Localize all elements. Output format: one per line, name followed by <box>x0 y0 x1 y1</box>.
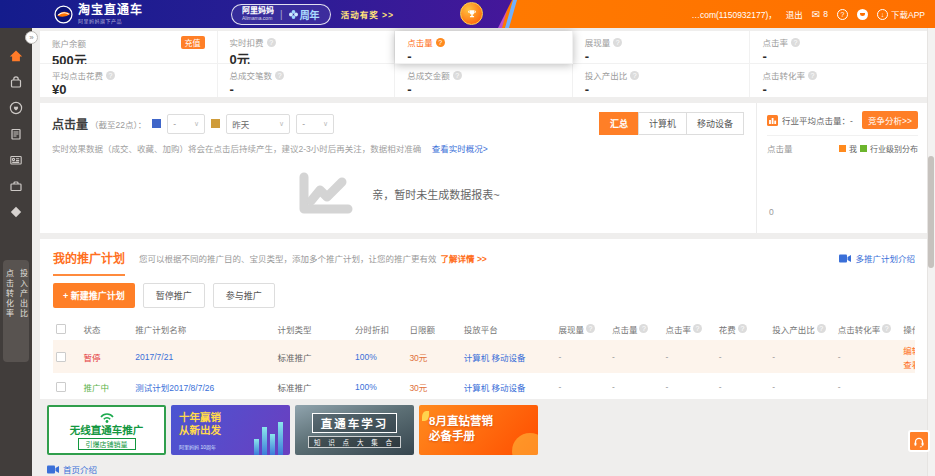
industry-average-panel: 行业平均点击量：- 竞争分析>> 点击量 我 行业级别分布 0 <box>756 103 928 233</box>
stat-value: - <box>585 49 738 64</box>
cell-cvr: - <box>835 382 901 392</box>
stat-ctr[interactable]: 点击率? - <box>750 31 928 64</box>
select-all-checkbox[interactable] <box>56 324 66 334</box>
activity-link[interactable]: 活动有奖 >> <box>341 8 394 20</box>
alimama-anniversary-badge[interactable]: 阿里妈妈 Alimama.com | 周年 <box>231 4 331 25</box>
industry-average-label: 行业平均点击量：- <box>782 114 853 126</box>
info-icon[interactable]: ? <box>693 324 702 333</box>
info-icon[interactable]: ? <box>613 38 622 47</box>
alimama-name: 阿里妈妈 <box>242 7 274 16</box>
stat-roi[interactable]: 投入产出比? - <box>573 64 751 97</box>
cell-cvr: - <box>835 352 901 362</box>
join-promotion-button[interactable]: 参与推广 <box>213 283 275 308</box>
industry-chart-label: 点击量 <box>767 142 793 154</box>
plan-name-link[interactable]: 测试计划2017/8/7/26 <box>132 381 274 393</box>
date-select-value: 昨天 <box>232 118 249 130</box>
sidebar-expand-toggle[interactable]: » <box>25 31 38 44</box>
info-icon[interactable]: ? <box>586 324 595 333</box>
discount-link[interactable]: 100% <box>352 352 406 362</box>
realtime-overview-link[interactable]: 查看实时概况> <box>432 144 488 154</box>
realtime-note-text: 实时效果数据（成交、收藏、加购）将会在点击后持续产生，建议2-3小时后再关注，数… <box>52 144 421 154</box>
page-scrollbar[interactable] <box>927 28 935 476</box>
device-tab-all[interactable]: 汇总 <box>599 112 639 135</box>
stat-conversion-rate[interactable]: 点击转化率? - <box>750 64 928 97</box>
device-tab-pc[interactable]: 计算机 <box>638 112 687 135</box>
info-icon[interactable]: ? <box>882 324 891 333</box>
mail-indicator[interactable]: ✉ 8 <box>812 9 828 20</box>
stat-label: 点击率 <box>762 36 788 48</box>
compare-select[interactable]: -∨ <box>296 114 334 134</box>
row-checkbox[interactable] <box>56 382 66 392</box>
info-icon[interactable]: ? <box>630 71 639 80</box>
info-icon[interactable]: ? <box>275 71 284 80</box>
tab-my-plans[interactable]: 我的推广计划 <box>53 249 125 276</box>
competition-analysis-button[interactable]: 竞争分析>> <box>862 111 918 129</box>
platform-link[interactable]: 计算机 移动设备 <box>461 351 556 363</box>
table-row: 暂停 2017/7/21 标准推广 100% 30元 计算机 移动设备 - - … <box>53 340 915 373</box>
sidebar-item-premium[interactable] <box>8 204 24 220</box>
homepage-intro-link[interactable]: 首页介绍 <box>47 463 97 475</box>
banner-august-handbook[interactable]: 8月直钻营销必备手册 <box>419 405 538 455</box>
info-icon[interactable]: ? <box>639 324 648 333</box>
info-icon[interactable]: ? <box>453 71 462 80</box>
stat-label: 平均点击花费 <box>52 69 103 81</box>
multi-plan-intro-link[interactable]: 多推广计划介绍 <box>839 252 915 264</box>
banner-wireless-promotion[interactable]: 无线直通车推广 引爆店铺销量 <box>47 405 166 455</box>
customer-service-button[interactable] <box>908 430 930 452</box>
info-icon[interactable]: ? <box>808 71 817 80</box>
date-select[interactable]: 昨天∨ <box>226 114 290 134</box>
metric-select[interactable]: -∨ <box>167 114 205 134</box>
taobao-zhitongche-logo[interactable]: 淘宝直通车 阿里妈妈旗下产品 <box>54 4 143 24</box>
chart-title-suffix: （截至22点）： <box>90 118 146 130</box>
row-checkbox[interactable] <box>56 352 66 362</box>
learn-more-link[interactable]: 了解详情 >> <box>441 252 487 264</box>
sidebar-metric-tool[interactable]: 点击转化率 投入产出比 <box>3 260 29 362</box>
pause-promotion-button[interactable]: 暂停推广 <box>143 283 205 308</box>
prize-icon[interactable] <box>460 2 483 25</box>
edit-plan-link[interactable]: 编辑 <box>903 344 915 356</box>
stat-value: - <box>407 49 560 64</box>
stat-avg-click-cost: 平均点击花费? ¥0 <box>40 64 218 97</box>
banner-title: 十年赢销 <box>179 411 221 424</box>
stat-clicks[interactable]: 点击量? - <box>395 31 573 64</box>
daily-limit-value[interactable]: 30元 <box>406 381 460 393</box>
series-color-swatch-gold <box>211 119 220 128</box>
topbar-brand-area: 淘宝直通车 阿里妈妈旗下产品 阿里妈妈 Alimama.com | 周年 活动有… <box>0 0 512 28</box>
account-stats-panel: 账户余额充值 500元 实时扣费? 0元 点击量? - 展现量? - 点击率? … <box>40 31 928 97</box>
sidebar-metric-label: 点击转化率 <box>4 269 15 362</box>
download-app-link[interactable]: ↓ 下载APP <box>877 8 925 20</box>
recharge-button[interactable]: 充值 <box>181 36 205 49</box>
device-tab-mobile[interactable]: 移动设备 <box>686 112 744 135</box>
legend-me-swatch <box>839 145 846 152</box>
sidebar-item-home[interactable] <box>8 48 24 64</box>
info-icon[interactable]: ? <box>267 38 276 47</box>
banner-title-2: 从新出发 <box>179 424 221 437</box>
logout-link[interactable]: 退出 <box>786 8 803 20</box>
banner-learning[interactable]: 直通车学习 知 识 点 大 集 合 <box>295 405 414 455</box>
help-icon[interactable]: ? <box>837 9 848 20</box>
discount-link[interactable]: 100% <box>352 382 406 392</box>
platform-link[interactable]: 计算机 移动设备 <box>461 381 556 393</box>
stat-label: 总成交笔数 <box>230 69 273 81</box>
info-icon[interactable]: ? <box>791 38 800 47</box>
cell-cost: - <box>716 352 769 362</box>
sidebar-item-favorites[interactable] <box>8 100 24 116</box>
new-plan-button[interactable]: + 新建推广计划 <box>53 283 135 308</box>
sidebar-item-tools[interactable] <box>8 178 24 194</box>
customer-service-icon[interactable] <box>857 9 868 20</box>
stat-impressions[interactable]: 展现量? - <box>573 31 751 64</box>
sidebar-item-account[interactable] <box>8 152 24 168</box>
daily-limit-value[interactable]: 30元 <box>406 351 460 363</box>
sidebar-item-reports[interactable] <box>8 126 24 142</box>
sidebar-item-shop[interactable] <box>8 74 24 90</box>
plan-name-link[interactable]: 2017/7/21 <box>132 352 274 362</box>
view-report-link[interactable]: 查看报表 <box>903 358 915 370</box>
info-icon[interactable]: ? <box>817 324 826 333</box>
info-icon[interactable]: ? <box>106 71 115 80</box>
col-status: 状态 <box>81 323 133 335</box>
help-icon[interactable]: ? <box>436 38 445 47</box>
col-platform: 投放平台 <box>461 323 556 335</box>
banner-ten-year[interactable]: 十年赢销从新出发 阿里妈妈 10周年 <box>171 405 290 455</box>
info-icon[interactable]: ? <box>738 324 747 333</box>
scrollbar-thumb[interactable] <box>928 156 934 268</box>
